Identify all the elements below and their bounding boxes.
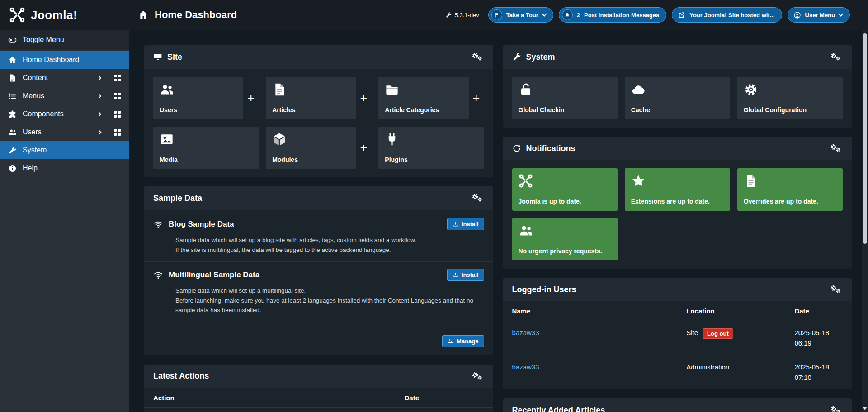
date-cell: 2025-05-18 07:10 [785, 355, 852, 390]
user-link[interactable]: bazaw33 [512, 363, 539, 371]
add-article-button[interactable]: + [356, 77, 371, 119]
sidebar: Toggle Menu Home Dashboard Content Menus… [0, 30, 129, 412]
dashboard-tile-users[interactable]: Users [153, 77, 243, 119]
notification-tile-privacy-requests[interactable]: No urgent privacy requests. [512, 218, 618, 260]
card-settings-icon[interactable] [472, 52, 484, 62]
card-title: Logged-in Users [512, 285, 576, 294]
hosted-label: Your Joomla! Site hosted wit... [689, 12, 774, 19]
dashboard-tile-articles[interactable]: Articles [266, 77, 356, 119]
user-circle-icon [793, 11, 801, 19]
tile-label: Cache [631, 106, 724, 114]
dashboard-tile-cache[interactable]: Cache [625, 77, 730, 119]
info-icon [8, 164, 17, 173]
dashboard-tile-modules[interactable]: Modules [266, 127, 356, 169]
list-icon [8, 92, 17, 100]
sidebar-item-label: Menus [23, 92, 92, 100]
left-column: Site Users + [144, 45, 493, 412]
card-settings-icon[interactable] [830, 405, 843, 412]
joomla-admin-app: Joomla! Home Dashboard 5.3.1-dev Take a … [0, 0, 868, 412]
folder-icon [385, 82, 399, 97]
notification-tile-joomla-up-to-date[interactable]: Joomla is up to date. [512, 168, 618, 211]
dashboard-tile-article-categories[interactable]: Article Categories [378, 77, 468, 119]
tile-label: Media [160, 156, 252, 164]
sidebar-item-content[interactable]: Content [0, 69, 129, 87]
version-badge: 5.3.1-dev [445, 12, 479, 19]
content-dashboard-grid-icon[interactable] [114, 75, 121, 81]
column-header-action: Action [144, 388, 395, 408]
cube-icon [272, 132, 287, 147]
external-link-icon [678, 11, 685, 19]
post-installation-messages-button[interactable]: 2 Post Installation Messages [559, 7, 666, 23]
dashboard-tile-media[interactable]: Media [153, 127, 259, 169]
article-icon [272, 82, 287, 97]
scrollbar-thumb[interactable] [863, 33, 867, 244]
desktop-icon [153, 52, 162, 62]
chevron-down-icon [838, 11, 843, 16]
components-dashboard-grid-icon[interactable] [114, 111, 121, 118]
sidebar-item-users[interactable]: Users [0, 123, 129, 141]
notification-tile-extensions-up-to-date[interactable]: Extensions are up to date. [625, 168, 730, 211]
sidebar-item-system[interactable]: System [0, 141, 129, 159]
user-menu-button[interactable]: User Menu [788, 7, 850, 23]
chevron-right-icon [97, 112, 102, 116]
toggle-icon [8, 36, 17, 44]
sidebar-item-help[interactable]: Help [0, 159, 129, 177]
user-link[interactable]: bazaw33 [512, 329, 539, 336]
sample-data-description: Sample data which will set up a blog sit… [169, 235, 484, 255]
site-card-header: Site [144, 45, 493, 69]
divider [144, 322, 493, 322]
card-settings-icon[interactable] [472, 193, 484, 204]
brand-name: Joomla! [31, 8, 77, 22]
users-icon [519, 223, 533, 238]
dashboard-tile-plugins[interactable]: Plugins [378, 127, 484, 169]
wifi-icon [153, 219, 163, 229]
table-row: User bazaw33 logged in to admin 2 minute… [144, 407, 493, 412]
add-user-button[interactable]: + [243, 77, 259, 119]
notification-tile-overrides-up-to-date[interactable]: Overrides are up to date. [737, 168, 843, 211]
tile-label: Article Categories [385, 106, 462, 114]
sample-data-name: Blog Sample Data [169, 220, 442, 229]
sample-data-card-body: Blog Sample Data Install Sample data whi… [144, 210, 493, 355]
recently-added-articles-card: Recently Added Articles [503, 398, 852, 412]
card-settings-icon[interactable] [830, 143, 843, 154]
sidebar-item-label: System [23, 146, 121, 154]
tile-label: No urgent privacy requests. [519, 247, 611, 255]
date-cell: 2025-05-18 06:19 [785, 321, 852, 355]
chevron-down-icon [542, 11, 547, 16]
users-dashboard-grid-icon[interactable] [114, 129, 121, 136]
latest-actions-card-header: Latest Actions [144, 365, 493, 388]
install-multilingual-sample-button[interactable]: Install [447, 269, 484, 281]
sample-data-description: Sample data which will set up a multilin… [169, 286, 484, 315]
divider [144, 261, 493, 262]
unlock-icon [519, 82, 533, 97]
sidebar-item-components[interactable]: Components [0, 105, 129, 123]
star-icon [631, 174, 646, 188]
card-settings-icon[interactable] [472, 371, 484, 382]
upload-icon [453, 272, 458, 278]
tile-label: Extensions are up to date. [631, 198, 724, 205]
refresh-icon [512, 144, 521, 153]
gear-icon [835, 409, 841, 412]
brand[interactable]: Joomla! [0, 7, 129, 23]
add-category-button[interactable]: + [469, 77, 484, 119]
log-out-button[interactable]: Log out [703, 328, 733, 339]
scrollbar-down-arrow-icon[interactable] [863, 407, 867, 410]
card-settings-icon[interactable] [830, 284, 843, 295]
menus-dashboard-grid-icon[interactable] [114, 93, 121, 99]
date-cell: 2 minutes ago [395, 407, 493, 412]
install-button-label: Install [462, 221, 479, 227]
add-module-button[interactable]: + [356, 127, 371, 169]
dashboard-tile-global-configuration[interactable]: Global Configuration [737, 77, 843, 119]
latest-actions-table: Action Date User bazaw33 logged in to ad… [144, 388, 493, 412]
take-a-tour-button[interactable]: Take a Tour [488, 7, 553, 23]
dashboard-tile-global-checkin[interactable]: Global Checkin [512, 77, 618, 119]
sidebar-item-menus[interactable]: Menus [0, 87, 129, 105]
vertical-scrollbar[interactable] [862, 30, 868, 412]
card-settings-icon[interactable] [830, 52, 843, 62]
hosted-site-button[interactable]: Your Joomla! Site hosted wit... [672, 7, 782, 23]
manage-button[interactable]: Manage [442, 335, 484, 347]
gear-icon [477, 197, 482, 202]
install-blog-sample-button[interactable]: Install [447, 218, 484, 230]
sidebar-item-toggle-menu[interactable]: Toggle Menu [0, 30, 129, 50]
sidebar-item-home-dashboard[interactable]: Home Dashboard [0, 51, 129, 69]
